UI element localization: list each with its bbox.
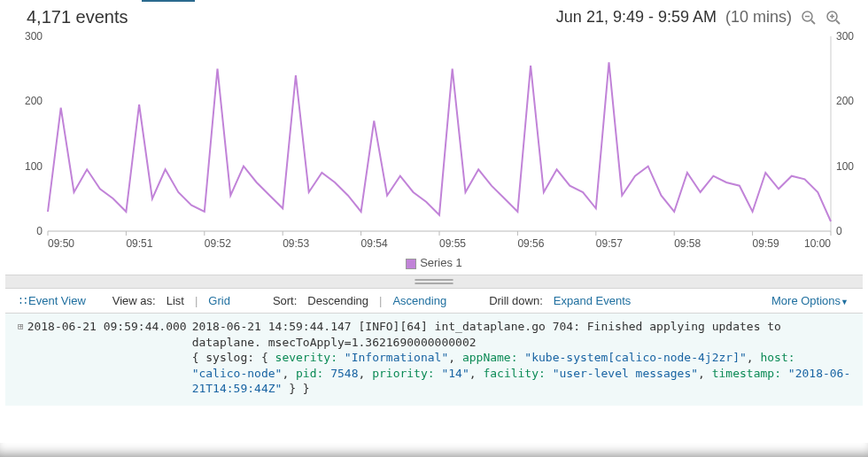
- events-chart: 0010010020020030030009:5009:5109:5209:53…: [14, 31, 854, 252]
- svg-text:100: 100: [836, 160, 854, 173]
- svg-text:300: 300: [25, 31, 43, 43]
- zoom-out-icon[interactable]: [801, 10, 817, 26]
- svg-text:10:00: 10:00: [804, 237, 831, 250]
- drill-down-label: Drill down:: [489, 294, 543, 307]
- legend-label: Series 1: [420, 256, 462, 269]
- log-message: 2018-06-21 14:59:44.147 [INFO][64] int_d…: [192, 319, 854, 397]
- list-icon: ∷: [19, 294, 25, 307]
- svg-line-4: [836, 20, 840, 24]
- results-toolbar: ∷Event View View as: List | Grid Sort: D…: [5, 289, 863, 314]
- svg-text:09:58: 09:58: [674, 237, 701, 250]
- view-as-label: View as:: [112, 294, 156, 307]
- sort-label: Sort:: [273, 294, 297, 307]
- svg-text:200: 200: [836, 95, 854, 107]
- svg-text:09:53: 09:53: [283, 237, 309, 250]
- resize-handle[interactable]: [5, 275, 863, 289]
- time-duration: (10 mins): [725, 8, 792, 27]
- sort-ascending[interactable]: Ascending: [392, 294, 446, 307]
- event-count: 4,171 events: [27, 7, 128, 27]
- svg-text:09:54: 09:54: [361, 237, 388, 250]
- svg-text:09:57: 09:57: [596, 237, 623, 250]
- svg-text:09:56: 09:56: [517, 237, 544, 250]
- log-results: ⊞ 2018-06-21 09:59:44.000 2018-06-21 14:…: [5, 314, 863, 406]
- svg-text:0: 0: [836, 225, 842, 237]
- chevron-down-icon: ▼: [841, 298, 849, 306]
- accent-rule: [142, 0, 195, 2]
- expand-row-icon[interactable]: ⊞: [18, 319, 24, 335]
- expand-events[interactable]: Expand Events: [554, 294, 631, 307]
- chart-header: 4,171 events Jun 21, 9:49 - 9:59 AM (10 …: [5, 0, 863, 31]
- more-options-dropdown[interactable]: More Options▼: [771, 294, 849, 307]
- svg-text:09:59: 09:59: [753, 237, 779, 250]
- svg-text:0: 0: [36, 225, 43, 237]
- chart-legend: Series 1: [5, 252, 863, 275]
- event-view-toggle[interactable]: ∷Event View: [19, 294, 86, 307]
- svg-text:09:52: 09:52: [205, 237, 231, 250]
- log-row[interactable]: ⊞ 2018-06-21 09:59:44.000 2018-06-21 14:…: [18, 319, 854, 397]
- view-as-list[interactable]: List: [167, 294, 184, 307]
- time-range: Jun 21, 9:49 - 9:59 AM: [556, 8, 717, 27]
- zoom-in-icon[interactable]: [825, 10, 841, 26]
- svg-text:200: 200: [25, 95, 43, 107]
- log-timestamp: 2018-06-21 09:59:44.000: [27, 319, 187, 335]
- view-as-grid[interactable]: Grid: [208, 294, 230, 307]
- svg-text:09:50: 09:50: [48, 237, 74, 250]
- bottom-shadow: [0, 443, 868, 457]
- svg-text:09:55: 09:55: [439, 237, 466, 250]
- legend-swatch: [406, 259, 416, 269]
- svg-line-1: [811, 20, 815, 24]
- svg-text:100: 100: [25, 160, 43, 173]
- svg-text:300: 300: [836, 31, 854, 43]
- sort-descending[interactable]: Descending: [307, 294, 368, 307]
- svg-text:09:51: 09:51: [126, 237, 152, 250]
